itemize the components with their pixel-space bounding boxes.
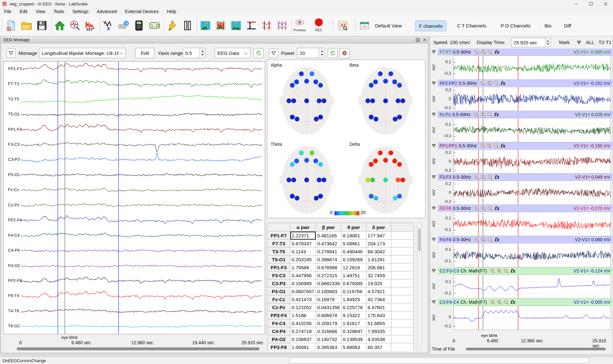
power-cell[interactable]: 1.79588 — [290, 264, 316, 271]
keypad-icon[interactable] — [132, 18, 146, 33]
power-cell[interactable]: 9.15322 — [341, 311, 366, 319]
full-scale-icon[interactable] — [229, 18, 243, 33]
scope-chart-C3:F4-C4[interactable] — [453, 306, 611, 330]
scope-chart-FP1:FP1[interactable] — [453, 149, 611, 174]
t2t1-label[interactable]: T2-T1 — [599, 40, 611, 45]
zoom-out-icon[interactable] — [494, 143, 499, 149]
montage-select[interactable]: Longitudinal Bipolar Montage: LB-18.1 — [39, 48, 126, 58]
fft-icon[interactable]: FFT — [84, 18, 97, 33]
function-icon[interactable]: fx — [494, 174, 499, 180]
power-cell[interactable]: 0.166989 — [290, 279, 316, 287]
scope-filter-button[interactable] — [576, 39, 582, 46]
zoom-in-icon[interactable] — [474, 237, 479, 242]
view-button-diff[interactable]: Diff — [560, 20, 575, 31]
power-cell[interactable]: 0.119766 — [341, 287, 366, 295]
all-label[interactable]: ALL — [586, 40, 594, 45]
time-of-file-scrollbar[interactable] — [466, 348, 606, 350]
view-button-bio[interactable]: Bio — [540, 20, 555, 31]
power-cell[interactable]: 0.272315 — [316, 271, 341, 279]
menu-external-devices[interactable]: External Devices — [121, 8, 163, 15]
power-cell[interactable]: 0.274718 — [290, 327, 316, 335]
power-cell[interactable]: 7.99335 — [366, 327, 391, 335]
power-cell[interactable]: 0.0607657 — [290, 287, 316, 295]
power-cell[interactable]: 19.025 — [366, 279, 391, 287]
power-cell[interactable]: 4.03538 — [366, 335, 391, 343]
power-cell[interactable]: 0.209179 — [316, 319, 341, 327]
power-cell[interactable]: 0.140732 — [316, 335, 341, 343]
power-cell[interactable]: 0.156837 — [290, 335, 316, 343]
power-cell[interactable]: 5.88063 — [341, 343, 366, 351]
autoscale-icon[interactable] — [480, 112, 486, 117]
power-cell[interactable]: 0.316666 — [316, 327, 341, 335]
toolbar-drag-handle[interactable] — [332, 18, 333, 33]
power-cell[interactable]: 0.225778 — [341, 303, 366, 311]
scope-channel-filter-button[interactable] — [431, 268, 437, 274]
refresh-montage-button[interactable] — [254, 48, 264, 58]
power-cell[interactable]: 6.47601 — [366, 303, 391, 311]
toolbar-drag-handle[interactable] — [1, 18, 3, 33]
power-cell[interactable]: 1.81617 — [341, 319, 366, 327]
power-spinner[interactable] — [319, 48, 325, 58]
power-cell[interactable]: 0.679385 — [341, 279, 366, 287]
power-cell[interactable]: 0.410295 — [290, 319, 316, 327]
scope-channel-filter-button[interactable] — [431, 143, 437, 149]
scope-chart-F4:F4[interactable] — [453, 243, 611, 267]
zoom-out-icon[interactable] — [487, 237, 493, 242]
menu-advanced[interactable]: Advanced — [93, 8, 121, 15]
zoom-out-icon[interactable] — [487, 49, 493, 55]
power-cell[interactable]: 177.947 — [366, 232, 391, 240]
scope-channel-filter-button[interactable] — [431, 174, 437, 180]
calculator-icon[interactable]: 1.23 — [148, 18, 161, 33]
autoscale-icon[interactable] — [481, 206, 486, 211]
power-cell[interactable]: 12.2816 — [341, 264, 366, 271]
two-cursors-icon[interactable] — [260, 18, 273, 33]
power-cell[interactable]: 170.643 — [366, 311, 391, 319]
power-cell[interactable]: 1.61281 — [366, 256, 391, 264]
power-cell[interactable]: 0.278841 — [316, 248, 341, 256]
zoom-in-icon[interactable] — [474, 112, 479, 117]
power-cell[interactable]: 4.57821 — [366, 287, 391, 295]
refresh-power-button[interactable] — [328, 48, 338, 58]
montage-hscrollbar[interactable] — [17, 347, 259, 350]
close-button[interactable] — [598, 0, 613, 8]
power-cell[interactable]: 5.08861 — [341, 240, 366, 248]
power-cell[interactable]: 0.159269 — [341, 256, 366, 264]
view-button-f-channels[interactable]: F channels — [415, 20, 447, 31]
montage-plot-area[interactable]: FP1-F7F7-T3T3-T5T5-O1FP1-F3F3-C3C3-P3P3-… — [3, 61, 265, 334]
open-folder-icon[interactable] — [20, 18, 33, 33]
zoom-select-icon[interactable] — [214, 18, 227, 33]
power-cell[interactable]: 0.0431356 — [316, 303, 341, 311]
pencil-icon[interactable] — [165, 18, 179, 33]
power-cell[interactable]: 204.173 — [366, 240, 391, 248]
channel-view-icon[interactable]: 1 — [358, 18, 371, 33]
power-cell[interactable]: 0.398674 — [316, 256, 341, 264]
power-cell[interactable]: 0.395363 — [316, 343, 341, 351]
preview-button[interactable]: Preview — [291, 18, 308, 34]
menu-settings[interactable]: Settings — [68, 8, 93, 15]
menu-tools[interactable]: Tools — [50, 8, 68, 15]
power-cell[interactable]: 0.16979 — [316, 295, 341, 303]
view-button-p-o-channels[interactable]: P O Channels — [497, 20, 534, 31]
autoscale-icon[interactable] — [481, 175, 486, 180]
power-cell[interactable]: 0.481165 — [316, 232, 341, 240]
zoom-out-icon[interactable] — [487, 175, 493, 180]
zoom-in-icon[interactable] — [474, 49, 479, 55]
power-cell[interactable]: 32.7459 — [366, 271, 391, 279]
zoom-out-icon[interactable] — [494, 81, 499, 86]
zoom-out-icon[interactable] — [503, 268, 509, 274]
two-columns-icon[interactable] — [181, 18, 194, 33]
zoom-in-icon[interactable] — [474, 175, 479, 180]
power-cell[interactable]: 42.7364 — [366, 295, 391, 303]
power-cell[interactable]: 60.357 — [366, 343, 391, 351]
new-file-icon[interactable] — [4, 18, 18, 33]
power-cell[interactable]: 1.22371 — [290, 232, 316, 240]
scope-channel-filter-button[interactable] — [431, 237, 437, 242]
power-input[interactable]: 20 — [297, 48, 322, 58]
display-time-input[interactable]: 25.920 sec — [511, 38, 548, 47]
power-cell[interactable]: 0.1143 — [290, 248, 316, 256]
amplitude-icon[interactable] — [245, 18, 258, 33]
power-cell[interactable]: 0.473642 — [316, 240, 341, 248]
scope-channel-filter-button[interactable] — [431, 49, 437, 55]
montage-filter-button[interactable] — [6, 48, 16, 58]
power-cell[interactable]: 0.878337 — [290, 240, 316, 248]
